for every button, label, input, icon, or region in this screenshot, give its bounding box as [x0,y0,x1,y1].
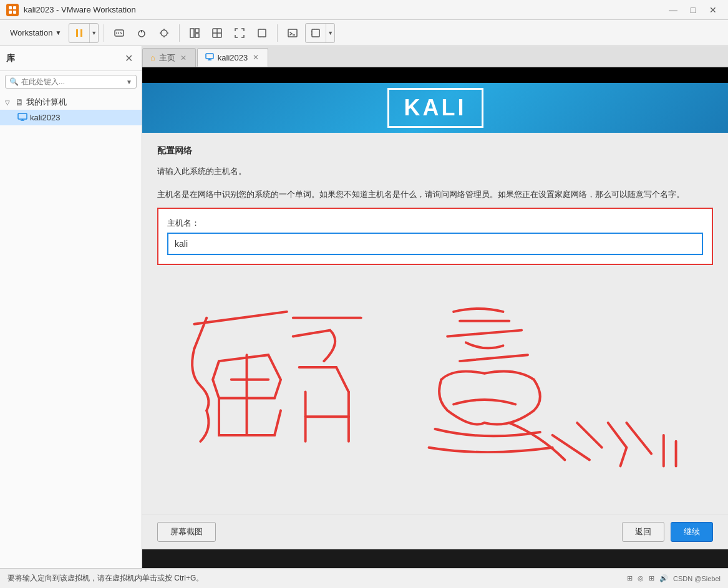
toolbar-separator-1 [104,24,104,42]
svg-rect-2 [9,11,12,14]
search-dropdown-arrow[interactable]: ▼ [126,79,132,85]
pause-dropdown-arrow[interactable]: ▼ [89,24,98,42]
view-button[interactable] [207,24,227,42]
kali2023-tab-close[interactable]: ✕ [251,53,260,62]
svg-rect-12 [190,29,194,37]
toolbar-separator-3 [277,24,278,42]
fullscreen-button[interactable] [230,24,250,42]
stretch-button[interactable] [252,24,272,42]
svg-point-11 [161,30,167,36]
hostname-section: 主机名： [157,208,713,265]
vm-dialog: 配置网络 请输入此系统的主机名。 主机名是在网络中识别您的系统的一个单词。如果您… [142,133,728,514]
kali-logo: KALI [387,88,483,128]
sidebar-close-button[interactable]: ✕ [122,51,135,65]
kali2023-item[interactable]: kali2023 [0,110,142,125]
svg-rect-4 [76,29,78,37]
search-box: 🔍 ▼ [5,75,137,89]
kali2023-tab-icon [205,52,214,63]
vm-bottom-band [142,549,728,568]
power-button[interactable] [132,24,152,42]
svg-rect-19 [288,29,297,37]
status-icon-2: ◎ [638,574,644,582]
svg-rect-0 [9,6,12,9]
sidebar: 库 ✕ 🔍 ▼ ▽ 🖥 我的计算机 k [0,46,142,568]
home-tab-label: 主页 [159,52,175,64]
annotation-area [157,270,713,501]
dialog-title: 配置网络 [157,145,713,157]
main-layout: 库 ✕ 🔍 ▼ ▽ 🖥 我的计算机 k [0,46,728,568]
app-icon [6,4,19,16]
pause-button-group: ▼ [69,23,99,43]
svg-rect-13 [195,29,199,32]
dialog-description-1: 请输入此系统的主机名。 [157,165,713,178]
send-keys-button[interactable] [109,24,129,42]
continue-button[interactable]: 继续 [671,522,713,542]
terminal-button[interactable] [283,24,303,42]
status-brand: CSDN @Siebel [673,575,721,582]
minimize-button[interactable]: — [664,4,682,16]
dialog-description-2: 主机名是在网络中识别您的系统的一个单词。如果您不知道主机名是什么，请询问网络管理… [157,188,713,201]
my-computer-label: 我的计算机 [26,97,67,108]
content-area: ⌂ 主页 ✕ kali2023 ✕ [142,46,728,568]
tab-kali2023[interactable]: kali2023 ✕ [197,48,268,67]
hostname-field-label: 主机名： [167,218,703,229]
kali-header: KALI [142,83,728,133]
toolbar-separator-2 [179,24,180,42]
svg-rect-1 [13,6,16,9]
back-button[interactable]: 返回 [622,522,664,542]
vm-icon [17,112,27,123]
toolbar: Workstation ▼ ▼ [0,20,728,46]
status-icon-4: 🔊 [659,574,668,582]
tree-expand-icon: ▽ [5,99,12,106]
svg-rect-14 [195,34,199,37]
snapshot-button[interactable] [154,24,174,42]
workstation-menu[interactable]: Workstation ▼ [5,26,66,40]
status-icon-1: ⊞ [627,574,633,582]
screenshot-button[interactable]: 屏幕截图 [157,522,216,542]
svg-rect-5 [80,29,82,37]
viewsize-button[interactable] [306,24,326,42]
svg-rect-3 [13,11,16,14]
close-button[interactable]: ✕ [704,4,722,16]
kali2023-label: kali2023 [30,113,60,122]
title-bar: kali2023 - VMware Workstation — □ ✕ [0,0,728,20]
sidebar-tree: ▽ 🖥 我的计算机 kali2023 [0,92,142,128]
status-text: 要将输入定向到该虚拟机，请在虚拟机内单击或按 Ctrl+G。 [7,573,203,584]
svg-rect-22 [18,113,27,119]
search-icon: 🔍 [9,77,19,86]
tab-bar: ⌂ 主页 ✕ kali2023 ✕ [142,46,728,67]
sidebar-header: 库 ✕ [0,46,142,71]
computer-icon: 🖥 [15,97,24,107]
pause-button[interactable] [69,24,89,42]
my-computer-item[interactable]: ▽ 🖥 我的计算机 [0,95,142,110]
status-bar: 要将输入定向到该虚拟机，请在虚拟机内单击或按 Ctrl+G。 ⊞ ◎ ⊞ 🔊 C… [0,568,728,588]
vm-top-band [142,67,728,83]
search-input[interactable] [21,77,126,86]
svg-line-9 [120,32,122,34]
tab-home[interactable]: ⌂ 主页 ✕ [142,48,196,67]
maximize-button[interactable]: □ [684,4,702,16]
window-controls: — □ ✕ [664,4,722,16]
svg-rect-21 [312,29,319,37]
hostname-input[interactable] [167,233,703,255]
window-title: kali2023 - VMware Workstation [24,5,664,14]
viewsize-dropdown[interactable]: ▼ [326,24,334,42]
home-tab-icon: ⌂ [150,53,155,62]
vm-buttons: 屏幕截图 返回 继续 [142,514,728,549]
home-tab-close[interactable]: ✕ [179,54,188,62]
workstation-dropdown-arrow: ▼ [55,29,61,36]
svg-rect-25 [206,54,213,59]
svg-rect-6 [115,30,124,36]
viewsize-button-group: ▼ [305,23,335,43]
vm-content[interactable]: KALI 配置网络 请输入此系统的主机名。 主机名是在网络中识别您的系统的一个单… [142,67,728,568]
kali2023-tab-label: kali2023 [218,53,248,62]
unity-button[interactable] [185,24,205,42]
sidebar-title: 库 [6,53,15,64]
status-icon-3: ⊞ [649,574,654,582]
svg-rect-18 [258,29,266,37]
status-icons: ⊞ ◎ ⊞ 🔊 CSDN @Siebel [627,574,721,582]
